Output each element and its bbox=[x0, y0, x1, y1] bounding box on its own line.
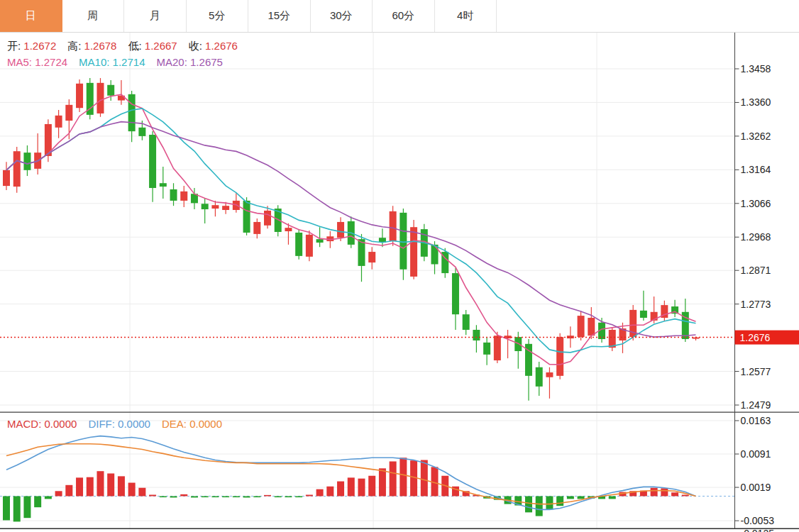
macd-hist-bar bbox=[149, 495, 156, 497]
current-price-badge-text: 1.2676 bbox=[740, 332, 771, 343]
macd-tick-label: 0.0163 bbox=[741, 415, 771, 426]
candle-body bbox=[76, 84, 83, 108]
candle-body bbox=[494, 336, 501, 360]
candle-body bbox=[452, 273, 459, 314]
macd-hist-bar bbox=[651, 488, 658, 497]
tab-4hour[interactable]: 4时 bbox=[435, 0, 497, 32]
macd-hist-bar bbox=[295, 496, 302, 497]
candle-body bbox=[170, 189, 177, 201]
macd-hist-bar bbox=[180, 494, 187, 497]
macd-hist-bar bbox=[556, 496, 563, 506]
candle-body bbox=[211, 205, 219, 209]
macd-hist-bar bbox=[107, 473, 114, 496]
macd-tick-label: 0.0091 bbox=[741, 448, 771, 460]
price-tick-label: 1.3458 bbox=[741, 63, 771, 74]
macd-hist-bar bbox=[118, 476, 125, 496]
macd-hist-bar bbox=[390, 461, 397, 496]
legend-item: DEA: 0.0000 bbox=[162, 418, 222, 430]
candle-body bbox=[65, 105, 72, 121]
macd-hist-bar bbox=[3, 496, 10, 520]
price-tick-label: 1.2773 bbox=[741, 299, 771, 310]
candle-body bbox=[588, 318, 595, 336]
candle-body bbox=[556, 337, 563, 376]
legend-item: MACD: 0.0000 bbox=[7, 418, 77, 430]
macd-hist-bar bbox=[682, 495, 689, 497]
candle-body bbox=[390, 211, 397, 241]
candle-body bbox=[368, 252, 375, 262]
tab-5min[interactable]: 5分 bbox=[187, 0, 249, 32]
legend-item: MA10: 1.2714 bbox=[79, 56, 145, 68]
candle-body bbox=[473, 330, 480, 340]
candle-body bbox=[3, 170, 10, 186]
macd-hist-bar bbox=[609, 496, 616, 499]
candle-body bbox=[306, 235, 313, 257]
macd-hist-bar bbox=[546, 496, 553, 509]
macd-hist-bar bbox=[233, 496, 240, 497]
macd-tick-label-cut: -0.0125 bbox=[741, 528, 775, 532]
ma-header: MA5: 1.2724MA10: 1.2714MA20: 1.2675 bbox=[7, 56, 234, 68]
macd-hist-bar bbox=[578, 496, 585, 499]
macd-hist-bar bbox=[358, 479, 365, 497]
macd-header: MACD: 0.0000DIFF: 0.0000DEA: 0.0000 bbox=[7, 418, 233, 430]
price-tick-label: 1.2577 bbox=[741, 366, 771, 377]
macd-hist-bar bbox=[160, 496, 167, 497]
tab-month[interactable]: 月 bbox=[124, 0, 187, 32]
candle-body bbox=[149, 135, 156, 188]
macd-hist-bar bbox=[128, 483, 136, 497]
macd-hist-bar bbox=[202, 496, 209, 497]
candle-body bbox=[23, 153, 31, 170]
gridlines bbox=[0, 33, 735, 528]
macd-hist-bar bbox=[138, 488, 145, 497]
tab-week[interactable]: 周 bbox=[62, 0, 125, 32]
trading-chart-app: 日周月5分15分30分60分4时 开: 1.2672高: 1.2678低: 1.… bbox=[0, 0, 799, 532]
macd-hist-bar bbox=[34, 496, 41, 507]
macd-panel bbox=[0, 436, 735, 522]
candle-body bbox=[316, 239, 324, 243]
macd-hist-bar bbox=[326, 487, 334, 497]
candle-body bbox=[128, 94, 136, 131]
macd-hist-bar bbox=[191, 496, 198, 497]
price-tick-label: 1.3262 bbox=[741, 131, 771, 142]
candle-body bbox=[640, 311, 647, 318]
macd-hist-bar bbox=[65, 485, 72, 497]
macd-hist-bar bbox=[536, 496, 543, 516]
candle-body bbox=[431, 245, 439, 265]
candle-body bbox=[97, 83, 104, 113]
macd-hist-bar bbox=[87, 477, 94, 497]
legend-item: MA20: 1.2675 bbox=[157, 56, 223, 68]
candle-body bbox=[55, 116, 62, 128]
candle-body bbox=[13, 151, 21, 187]
tab-day[interactable]: 日 bbox=[0, 0, 62, 32]
candle-body bbox=[337, 222, 344, 238]
macd-hist-bar bbox=[97, 471, 104, 496]
tab-30min[interactable]: 30分 bbox=[311, 0, 373, 32]
macd-hist-bar bbox=[264, 495, 271, 497]
tab-60min[interactable]: 60分 bbox=[373, 0, 435, 32]
macd-hist-bar bbox=[400, 458, 407, 496]
candle-body bbox=[285, 228, 292, 231]
macd-hist-bar bbox=[170, 496, 177, 497]
candle-body bbox=[253, 222, 260, 234]
tab-15min[interactable]: 15分 bbox=[248, 0, 311, 32]
price-tick-label: 1.3360 bbox=[741, 96, 771, 108]
candle-body bbox=[546, 372, 553, 377]
macd-hist-bar bbox=[285, 496, 292, 497]
ohlc-header: 开: 1.2672高: 1.2678低: 1.2667收: 1.2676 bbox=[7, 40, 249, 53]
candle-body bbox=[243, 201, 250, 233]
macd-hist-bar bbox=[76, 477, 83, 496]
price-tick-label: 1.3164 bbox=[741, 164, 771, 175]
price-tick-label: 1.2871 bbox=[741, 265, 771, 276]
diff-line bbox=[6, 436, 696, 510]
macd-hist-bar bbox=[348, 477, 355, 496]
candle-body bbox=[400, 213, 407, 270]
macd-hist-bar bbox=[23, 496, 31, 518]
macd-hist-bar bbox=[211, 496, 219, 497]
candlestick-chart-canvas[interactable]: 1.34581.33601.32621.31641.30661.29681.28… bbox=[0, 0, 799, 532]
legend-item: 低: 1.2667 bbox=[128, 40, 177, 52]
candle-body bbox=[160, 183, 167, 187]
macd-hist-bar bbox=[567, 496, 574, 499]
candle-body bbox=[578, 316, 585, 337]
macd-hist-bar bbox=[222, 496, 229, 497]
legend-item: DIFF: 0.0000 bbox=[88, 418, 150, 430]
price-tick-label: 1.2968 bbox=[741, 231, 771, 243]
